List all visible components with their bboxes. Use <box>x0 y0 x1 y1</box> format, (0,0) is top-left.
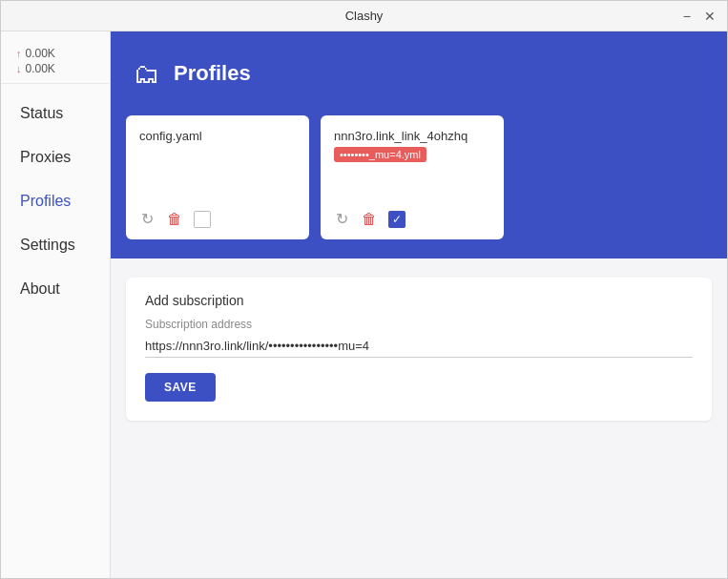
minimize-button[interactable]: − <box>683 10 691 23</box>
traffic-download-row: ↓ 0.00K <box>16 62 94 75</box>
profile-1-delete-button[interactable]: 🗑 <box>165 209 184 230</box>
profile-card-1-name: config.yaml <box>139 129 296 147</box>
sidebar-item-status[interactable]: Status <box>1 92 110 135</box>
profile-card-2-name: nnn3ro.link_link_4ohzhq ••••••••_mu=4.ym… <box>334 129 490 166</box>
add-subscription-title: Add subscription <box>145 293 693 308</box>
window-controls: − ✕ <box>683 10 716 23</box>
sidebar: ↑ 0.00K ↓ 0.00K Status Proxies Profiles … <box>1 31 111 578</box>
app-body: ↑ 0.00K ↓ 0.00K Status Proxies Profiles … <box>1 31 727 578</box>
traffic-upload-row: ↑ 0.00K <box>16 47 94 60</box>
profile-1-refresh-button[interactable]: ↻ <box>139 208 156 230</box>
traffic-stats: ↑ 0.00K ↓ 0.00K <box>1 31 110 84</box>
download-arrow-icon: ↓ <box>16 63 22 74</box>
close-button[interactable]: ✕ <box>704 10 716 23</box>
upload-arrow-icon: ↑ <box>16 48 22 59</box>
profile-card-1[interactable]: config.yaml ↻ 🗑 <box>126 115 309 239</box>
profile-2-delete-button[interactable]: 🗑 <box>360 209 379 230</box>
main-content: 🗂 Profiles config.yaml ↻ 🗑 nnn3ro.link_l… <box>111 31 727 578</box>
traffic-upload-value: 0.00K <box>26 47 55 60</box>
sidebar-nav: Status Proxies Profiles Settings About <box>1 84 110 578</box>
traffic-download-value: 0.00K <box>26 62 55 75</box>
profile-card-1-actions: ↻ 🗑 <box>139 208 296 230</box>
profile-2-refresh-button[interactable]: ↻ <box>334 208 350 230</box>
sidebar-item-proxies[interactable]: Proxies <box>1 135 110 179</box>
profile-card-2[interactable]: nnn3ro.link_link_4ohzhq ••••••••_mu=4.ym… <box>321 115 504 239</box>
page-title: Profiles <box>174 61 251 86</box>
sidebar-item-about[interactable]: About <box>1 267 110 311</box>
save-subscription-button[interactable]: SAVE <box>145 373 216 402</box>
folder-icon: 🗂 <box>134 58 160 90</box>
profile-card-2-subtitle: ••••••••_mu=4.yml <box>334 147 426 162</box>
sidebar-item-settings[interactable]: Settings <box>1 223 110 267</box>
app-title: Clashy <box>345 9 384 23</box>
title-bar: Clashy − ✕ <box>1 1 727 31</box>
profiles-area: config.yaml ↻ 🗑 nnn3ro.link_link_4ohzhq … <box>111 115 727 258</box>
page-header: 🗂 Profiles <box>111 31 727 115</box>
add-subscription-section: Add subscription Subscription address SA… <box>111 258 727 578</box>
subscription-address-label: Subscription address <box>145 318 693 331</box>
subscription-address-input[interactable] <box>145 335 693 358</box>
profile-card-2-actions: ↻ 🗑 ✓ <box>334 208 490 230</box>
sidebar-item-profiles[interactable]: Profiles <box>1 179 110 223</box>
profile-2-selected-indicator: ✓ <box>388 211 406 228</box>
add-subscription-card: Add subscription Subscription address SA… <box>126 278 712 421</box>
profile-1-select-button[interactable] <box>194 211 211 228</box>
